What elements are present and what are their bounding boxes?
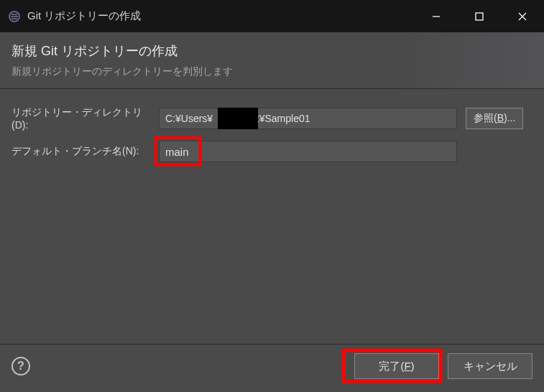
titlebar: Git リポジトリーの作成 — [0, 0, 544, 32]
branch-label: デフォルト・ブランチ名(N): — [11, 145, 159, 158]
cancel-button[interactable]: キャンセル — [448, 353, 533, 379]
directory-input-wrap — [159, 108, 457, 129]
page-title: 新規 Git リポジトリーの作成 — [11, 42, 533, 60]
close-button[interactable] — [501, 0, 544, 32]
browse-button[interactable]: 参照(B)... — [466, 108, 523, 129]
wizard-footer: ? 完了(F) キャンセル — [0, 344, 544, 392]
directory-input[interactable] — [159, 108, 457, 129]
branch-input[interactable] — [159, 141, 457, 162]
wizard-header: 新規 Git リポジトリーの作成 新規リポジトリーのディレクトリーを判別します — [0, 32, 544, 89]
form-area: リポジトリー・ディレクトリ(D): 参照(B)... デフォルト・ブランチ名(N… — [0, 89, 544, 344]
page-subtitle: 新規リポジトリーのディレクトリーを判別します — [11, 65, 533, 78]
directory-label: リポジトリー・ディレクトリ(D): — [11, 106, 159, 131]
window-controls — [415, 0, 544, 32]
svg-rect-1 — [476, 13, 483, 20]
finish-button[interactable]: 完了(F) — [354, 353, 439, 379]
eclipse-icon — [7, 9, 22, 24]
maximize-button[interactable] — [458, 0, 501, 32]
window-title: Git リポジトリーの作成 — [27, 9, 415, 23]
minimize-button[interactable] — [415, 0, 458, 32]
help-icon[interactable]: ? — [11, 357, 30, 375]
